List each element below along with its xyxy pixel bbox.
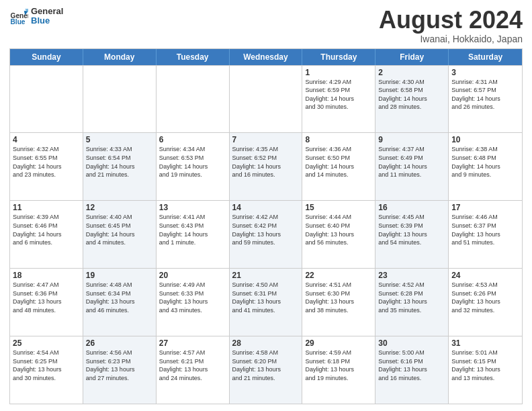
cal-cell-16: 16Sunrise: 4:45 AM Sunset: 6:39 PM Dayli…: [375, 201, 449, 268]
day-info: Sunrise: 4:49 AM Sunset: 6:33 PM Dayligh…: [159, 281, 226, 314]
day-number: 18: [13, 271, 80, 280]
cal-cell-3: 3Sunrise: 4:31 AM Sunset: 6:57 PM Daylig…: [449, 66, 522, 133]
day-number: 19: [86, 271, 153, 280]
cal-cell-14: 14Sunrise: 4:42 AM Sunset: 6:42 PM Dayli…: [230, 201, 303, 268]
cal-cell-1: 1Sunrise: 4:29 AM Sunset: 6:59 PM Daylig…: [302, 66, 375, 133]
cal-cell-8: 8Sunrise: 4:36 AM Sunset: 6:50 PM Daylig…: [302, 133, 375, 200]
calendar-header: SundayMondayTuesdayWednesdayThursdayFrid…: [10, 49, 522, 65]
day-number: 8: [305, 135, 372, 144]
cal-cell-29: 29Sunrise: 4:59 AM Sunset: 6:18 PM Dayli…: [302, 336, 375, 404]
svg-text:Blue: Blue: [11, 19, 26, 26]
cal-cell-24: 24Sunrise: 4:53 AM Sunset: 6:26 PM Dayli…: [449, 269, 522, 336]
day-info: Sunrise: 4:54 AM Sunset: 6:25 PM Dayligh…: [13, 349, 80, 382]
day-number: 5: [86, 135, 153, 144]
day-info: Sunrise: 4:59 AM Sunset: 6:18 PM Dayligh…: [305, 349, 372, 382]
day-info: Sunrise: 4:44 AM Sunset: 6:40 PM Dayligh…: [305, 213, 372, 246]
day-info: Sunrise: 4:29 AM Sunset: 6:59 PM Dayligh…: [305, 78, 372, 111]
logo-line1: General: [31, 7, 63, 16]
day-number: 11: [13, 203, 80, 212]
cal-cell-15: 15Sunrise: 4:44 AM Sunset: 6:40 PM Dayli…: [302, 201, 375, 268]
logo-line2: Blue: [31, 16, 63, 26]
day-info: Sunrise: 4:52 AM Sunset: 6:28 PM Dayligh…: [378, 281, 445, 314]
cal-cell-9: 9Sunrise: 4:37 AM Sunset: 6:49 PM Daylig…: [375, 133, 449, 200]
day-number: 2: [378, 68, 445, 77]
day-number: 1: [305, 68, 372, 77]
day-number: 29: [305, 338, 372, 348]
day-info: Sunrise: 4:50 AM Sunset: 6:31 PM Dayligh…: [232, 281, 300, 314]
cal-row-0: 1Sunrise: 4:29 AM Sunset: 6:59 PM Daylig…: [10, 65, 522, 133]
day-number: 26: [86, 338, 153, 348]
cal-header-saturday: Saturday: [449, 49, 522, 65]
cal-cell-20: 20Sunrise: 4:49 AM Sunset: 6:33 PM Dayli…: [157, 269, 230, 336]
day-number: 6: [159, 135, 226, 144]
day-number: 9: [378, 135, 445, 144]
cal-cell-empty-0-2: [157, 66, 230, 133]
cal-header-thursday: Thursday: [302, 49, 375, 65]
cal-cell-6: 6Sunrise: 4:34 AM Sunset: 6:53 PM Daylig…: [157, 133, 230, 200]
day-info: Sunrise: 4:35 AM Sunset: 6:52 PM Dayligh…: [232, 145, 300, 179]
cal-cell-11: 11Sunrise: 4:39 AM Sunset: 6:46 PM Dayli…: [10, 201, 83, 268]
cal-row-4: 25Sunrise: 4:54 AM Sunset: 6:25 PM Dayli…: [10, 336, 522, 404]
cal-cell-empty-0-1: [83, 66, 157, 133]
day-info: Sunrise: 4:48 AM Sunset: 6:34 PM Dayligh…: [86, 281, 153, 314]
day-info: Sunrise: 5:00 AM Sunset: 6:16 PM Dayligh…: [378, 349, 445, 382]
cal-cell-31: 31Sunrise: 5:01 AM Sunset: 6:15 PM Dayli…: [449, 336, 522, 404]
day-number: 17: [451, 203, 519, 212]
day-number: 15: [305, 203, 372, 212]
cal-header-wednesday: Wednesday: [230, 49, 303, 65]
day-info: Sunrise: 4:38 AM Sunset: 6:48 PM Dayligh…: [451, 145, 519, 179]
day-info: Sunrise: 4:57 AM Sunset: 6:21 PM Dayligh…: [159, 349, 226, 382]
cal-header-monday: Monday: [83, 49, 157, 65]
day-info: Sunrise: 4:46 AM Sunset: 6:37 PM Dayligh…: [451, 213, 519, 246]
day-info: Sunrise: 4:47 AM Sunset: 6:36 PM Dayligh…: [13, 281, 80, 314]
cal-header-tuesday: Tuesday: [157, 49, 230, 65]
cal-row-3: 18Sunrise: 4:47 AM Sunset: 6:36 PM Dayli…: [10, 268, 522, 336]
cal-cell-19: 19Sunrise: 4:48 AM Sunset: 6:34 PM Dayli…: [83, 269, 157, 336]
day-info: Sunrise: 4:39 AM Sunset: 6:46 PM Dayligh…: [13, 213, 80, 246]
cal-cell-4: 4Sunrise: 4:32 AM Sunset: 6:55 PM Daylig…: [10, 133, 83, 200]
page: General Blue General Blue August 2024 Iw…: [0, 0, 532, 411]
day-info: Sunrise: 4:32 AM Sunset: 6:55 PM Dayligh…: [13, 145, 80, 179]
day-number: 28: [232, 338, 300, 348]
day-number: 31: [451, 338, 519, 348]
cal-cell-empty-0-0: [10, 66, 83, 133]
cal-row-2: 11Sunrise: 4:39 AM Sunset: 6:46 PM Dayli…: [10, 200, 522, 268]
cal-cell-empty-0-3: [230, 66, 303, 133]
day-info: Sunrise: 4:45 AM Sunset: 6:39 PM Dayligh…: [378, 213, 445, 246]
day-info: Sunrise: 4:42 AM Sunset: 6:42 PM Dayligh…: [232, 213, 300, 246]
day-number: 25: [13, 338, 80, 348]
logo: General Blue General Blue: [9, 7, 63, 26]
day-number: 3: [451, 68, 519, 77]
day-info: Sunrise: 4:36 AM Sunset: 6:50 PM Dayligh…: [305, 145, 372, 179]
day-number: 21: [232, 271, 300, 280]
day-info: Sunrise: 4:51 AM Sunset: 6:30 PM Dayligh…: [305, 281, 372, 314]
day-info: Sunrise: 4:30 AM Sunset: 6:58 PM Dayligh…: [378, 78, 445, 111]
day-number: 4: [13, 135, 80, 144]
cal-cell-7: 7Sunrise: 4:35 AM Sunset: 6:52 PM Daylig…: [230, 133, 303, 200]
cal-cell-27: 27Sunrise: 4:57 AM Sunset: 6:21 PM Dayli…: [157, 336, 230, 404]
day-number: 23: [378, 271, 445, 280]
cal-cell-2: 2Sunrise: 4:30 AM Sunset: 6:58 PM Daylig…: [375, 66, 449, 133]
day-number: 12: [86, 203, 153, 212]
cal-cell-13: 13Sunrise: 4:41 AM Sunset: 6:43 PM Dayli…: [157, 201, 230, 268]
day-info: Sunrise: 4:37 AM Sunset: 6:49 PM Dayligh…: [378, 145, 445, 179]
main-title: August 2024: [379, 7, 523, 34]
cal-header-friday: Friday: [375, 49, 449, 65]
day-info: Sunrise: 4:31 AM Sunset: 6:57 PM Dayligh…: [451, 78, 519, 111]
cal-cell-28: 28Sunrise: 4:58 AM Sunset: 6:20 PM Dayli…: [230, 336, 303, 404]
day-number: 10: [451, 135, 519, 144]
day-number: 27: [159, 338, 226, 348]
day-info: Sunrise: 4:41 AM Sunset: 6:43 PM Dayligh…: [159, 213, 226, 246]
cal-cell-12: 12Sunrise: 4:40 AM Sunset: 6:45 PM Dayli…: [83, 201, 157, 268]
day-number: 22: [305, 271, 372, 280]
subtitle: Iwanai, Hokkaido, Japan: [379, 34, 523, 44]
cal-cell-21: 21Sunrise: 4:50 AM Sunset: 6:31 PM Dayli…: [230, 269, 303, 336]
cal-cell-26: 26Sunrise: 4:56 AM Sunset: 6:23 PM Dayli…: [83, 336, 157, 404]
cal-cell-22: 22Sunrise: 4:51 AM Sunset: 6:30 PM Dayli…: [302, 269, 375, 336]
calendar: SundayMondayTuesdayWednesdayThursdayFrid…: [9, 48, 523, 404]
day-info: Sunrise: 4:40 AM Sunset: 6:45 PM Dayligh…: [86, 213, 153, 246]
day-info: Sunrise: 4:33 AM Sunset: 6:54 PM Dayligh…: [86, 145, 153, 179]
logo-icon: General Blue: [9, 7, 28, 26]
cal-row-1: 4Sunrise: 4:32 AM Sunset: 6:55 PM Daylig…: [10, 132, 522, 200]
day-info: Sunrise: 4:53 AM Sunset: 6:26 PM Dayligh…: [451, 281, 519, 314]
